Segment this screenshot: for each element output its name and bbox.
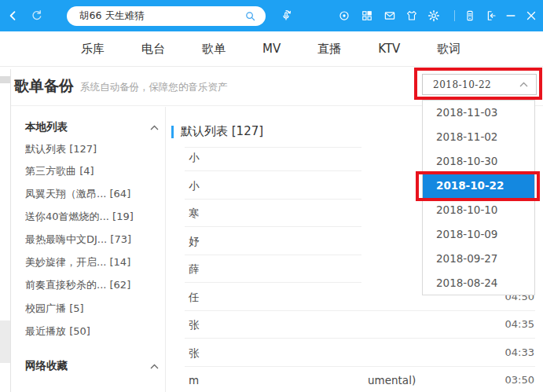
search-input[interactable]: 胡66 天生难猜: [67, 6, 266, 26]
mini-mode-icon[interactable]: [483, 9, 497, 23]
song-title-fragment: 张: [189, 318, 200, 332]
song-row[interactable]: 张 04:33: [167, 339, 543, 366]
apps-grid-icon[interactable]: [360, 9, 374, 23]
collapse-chevron-icon[interactable]: [150, 364, 159, 369]
sidebar-section-local-lists[interactable]: 本地列表: [25, 120, 159, 134]
sidebar-item-campus-radio[interactable]: 校园广播 [5]: [25, 302, 159, 316]
mobile-device-icon[interactable]: [463, 9, 477, 23]
sidebar-item-default-list[interactable]: 默认列表 [127]: [25, 142, 159, 156]
tab-music-library[interactable]: 乐库: [81, 42, 105, 57]
tab-radio[interactable]: 电台: [141, 42, 165, 57]
tab-ktv[interactable]: KTV: [378, 42, 400, 56]
song-title-fragment: 任: [189, 291, 200, 305]
sidebar-section-cloud-favorites[interactable]: 网络收藏: [25, 359, 159, 373]
dropdown-option[interactable]: 2018-09-27: [423, 246, 534, 270]
left-edge-strip: [0, 69, 11, 392]
message-icon[interactable]: [383, 9, 397, 23]
collapse-chevron-icon[interactable]: [150, 125, 159, 130]
song-title-fragment: 张: [189, 346, 200, 361]
song-duration: 04:33: [505, 346, 534, 358]
list-title: 默认列表 [127]: [181, 124, 263, 139]
chevron-up-icon: [519, 82, 528, 87]
strip-notch: [0, 76, 10, 83]
list-header: 默认列表 [127]: [171, 124, 263, 139]
tab-live[interactable]: 直播: [317, 42, 341, 57]
sidebar-item-recently-played[interactable]: 最近播放 [50]: [25, 324, 159, 339]
song-title-fragment: 薛: [189, 262, 200, 277]
dropdown-option[interactable]: 2018-08-24: [423, 270, 534, 295]
sidebar-item-40-songs[interactable]: 送你40首燃烧的... [19]: [25, 210, 159, 224]
backup-date-select[interactable]: 2018-10-22: [422, 74, 537, 95]
song-title-fragment: 妤: [189, 235, 200, 249]
accent-bar: [171, 126, 174, 138]
section-label: 网络收藏: [25, 359, 150, 373]
dropdown-option[interactable]: 2018-10-10: [423, 198, 534, 222]
strip-scroll-block: [0, 321, 10, 363]
playlist-sidebar: 本地列表 默认列表 [127] 第三方歌曲 [4] 凤翼天翔（激昂... [64…: [11, 106, 165, 392]
backup-date-dropdown: 2018-11-03 2018-11-02 2018-10-30 2018-10…: [422, 100, 535, 295]
sidebar-item-melody[interactable]: 美妙旋律，开启... [14]: [25, 255, 159, 269]
tab-mv[interactable]: MV: [262, 42, 281, 56]
music-recognition-icon[interactable]: [279, 9, 293, 23]
dropdown-option[interactable]: 2018-11-02: [423, 125, 534, 149]
sidebar-item-chinese-dj[interactable]: 最热最嗨中文DJ... [73]: [25, 233, 159, 247]
minimize-icon[interactable]: [504, 9, 518, 23]
song-row[interactable]: 张 04:35: [167, 310, 543, 338]
backup-date-value: 2018-10-22: [433, 79, 519, 90]
search-icon[interactable]: [244, 10, 256, 22]
dropdown-option[interactable]: 2018-10-30: [423, 149, 534, 174]
back-icon[interactable]: [6, 9, 20, 23]
record-icon[interactable]: [337, 9, 351, 23]
song-title-fragment: 小: [189, 179, 200, 193]
song-duration: 04:35: [505, 318, 534, 330]
tab-playlists[interactable]: 歌单: [202, 42, 226, 57]
close-icon[interactable]: [524, 9, 538, 23]
settings-gear-icon[interactable]: [427, 9, 441, 23]
page-title: 歌单备份: [14, 76, 74, 97]
main-nav: 乐库 电台 歌单 MV 直播 KTV 歌词: [0, 31, 543, 67]
skin-tshirt-icon[interactable]: [405, 9, 419, 23]
title-bar: 胡66 天生难猜: [0, 0, 543, 31]
section-label: 本地列表: [25, 120, 150, 134]
refresh-icon[interactable]: [30, 9, 44, 23]
page-subtitle: 系统自动备份，保障您的音乐资产: [80, 81, 228, 94]
song-row[interactable]: m umental) 03:50: [167, 366, 543, 392]
sidebar-item-intro-kill[interactable]: 前奏直接秒杀的... [62]: [25, 278, 159, 292]
tab-lyrics[interactable]: 歌词: [437, 42, 460, 57]
sidebar-divider: [165, 107, 166, 392]
search-query: 胡66 天生难猜: [79, 9, 244, 23]
song-title-fragment: 小: [189, 151, 200, 165]
music-app-window: 胡66 天生难猜: [0, 0, 543, 392]
titlebar-divider: [454, 10, 455, 21]
dropdown-option-selected[interactable]: 2018-10-22: [423, 174, 534, 198]
sidebar-item-fengyi[interactable]: 凤翼天翔（激昂... [64]: [25, 187, 159, 201]
song-title-tail: umental): [368, 374, 416, 387]
dropdown-option[interactable]: 2018-10-09: [423, 222, 534, 246]
song-title-fragment: 寒: [189, 207, 200, 221]
song-duration: 03:50: [505, 374, 534, 386]
dropdown-option[interactable]: 2018-11-03: [423, 101, 534, 125]
sidebar-item-third-party[interactable]: 第三方歌曲 [4]: [25, 164, 159, 178]
song-title-fragment: m: [189, 374, 199, 387]
